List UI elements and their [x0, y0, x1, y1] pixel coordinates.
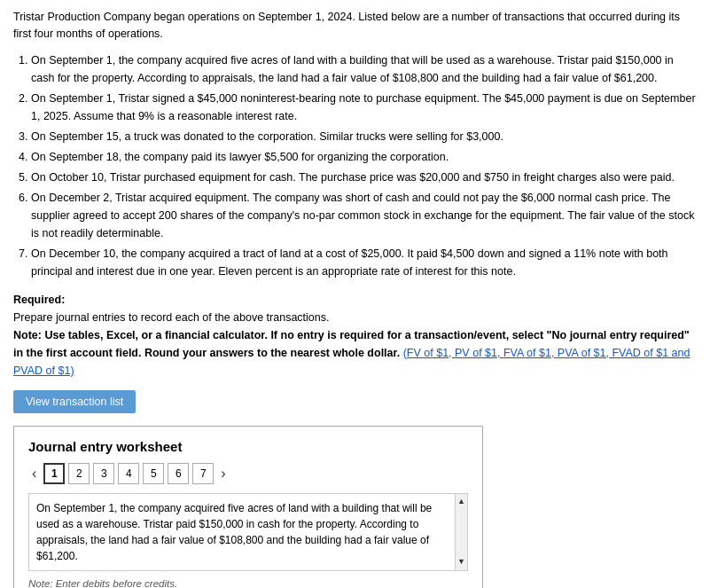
scroll-down-arrow[interactable]: ▼: [456, 554, 467, 570]
transaction-item-4: On September 18, the company paid its la…: [31, 148, 697, 166]
description-scrollbar[interactable]: ▲ ▼: [455, 494, 467, 570]
tab-2[interactable]: 2: [68, 463, 90, 484]
required-label: Required:: [13, 294, 65, 306]
tab-4[interactable]: 4: [118, 463, 139, 484]
tab-5[interactable]: 5: [143, 463, 164, 484]
transaction-item-3: On September 15, a truck was donated to …: [31, 128, 697, 145]
worksheet-title: Journal entry worksheet: [28, 439, 468, 454]
note-debit-label: Note: Enter debits before credits.: [28, 578, 468, 589]
description-text: On September 1, the company acquired fiv…: [36, 502, 432, 562]
transaction-item-6: On December 2, Tristar acquired equipmen…: [31, 189, 697, 242]
view-transaction-list-button[interactable]: View transaction list: [13, 390, 136, 413]
tabs-navigation: ‹ 1234567 ›: [28, 463, 468, 484]
required-instruction: Prepare journal entries to record each o…: [13, 311, 329, 324]
intro-paragraph: Tristar Production Company began operati…: [13, 9, 697, 43]
transaction-item-1: On September 1, the company acquired fiv…: [31, 51, 697, 87]
required-section: Required: Prepare journal entries to rec…: [13, 291, 697, 380]
tab-6[interactable]: 6: [168, 463, 189, 484]
next-tab-arrow[interactable]: ›: [217, 464, 229, 483]
transaction-item-2: On September 1, Tristar signed a $45,000…: [31, 90, 697, 125]
transactions-list: On September 1, the company acquired fiv…: [13, 51, 697, 280]
prev-tab-arrow[interactable]: ‹: [28, 464, 40, 483]
transaction-description: On September 1, the company acquired fiv…: [28, 493, 468, 571]
tab-7[interactable]: 7: [192, 463, 214, 484]
tab-3[interactable]: 3: [93, 463, 114, 484]
worksheet-container: Journal entry worksheet ‹ 1234567 › On S…: [13, 426, 483, 589]
scroll-up-arrow[interactable]: ▲: [456, 494, 467, 510]
transaction-item-7: On December 10, the company acquired a t…: [31, 245, 697, 280]
transaction-item-5: On October 10, Tristar purchased equipme…: [31, 169, 697, 186]
tab-1[interactable]: 1: [43, 463, 65, 484]
